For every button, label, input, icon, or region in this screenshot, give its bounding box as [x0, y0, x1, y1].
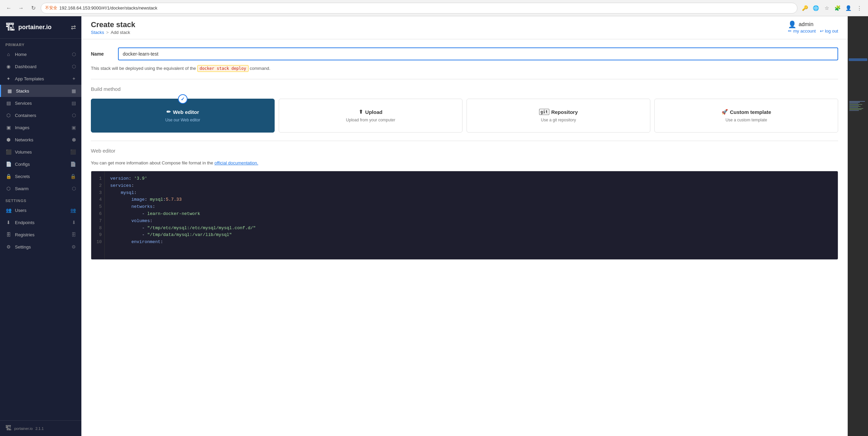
user-display-name: 👤 admin: [788, 20, 838, 28]
volumes-icon: ⬛: [5, 149, 12, 155]
code-content[interactable]: version: '3.9' services: mysql: image: m…: [105, 171, 838, 259]
extension-icon[interactable]: 🧩: [833, 3, 842, 13]
sidebar-item-secrets[interactable]: 🔒 Secrets 🔒: [0, 170, 81, 182]
sidebar-item-images[interactable]: ▣ Images ▣: [0, 121, 81, 134]
footer-logo-text: portainer.io: [14, 427, 33, 431]
name-input[interactable]: [118, 47, 838, 60]
registries-icon: 🗄: [5, 232, 12, 237]
sidebar-item-endpoints[interactable]: ⬇ Endpoints ⬇: [0, 216, 81, 229]
sidebar-toggle[interactable]: ⇄: [71, 24, 76, 31]
sidebar-item-label-home: Home: [15, 52, 68, 57]
browser-chrome: ← → ↻ 不安全 192.168.64.153:9000/#!/1/docke…: [0, 0, 868, 16]
sidebar-item-label-users: Users: [15, 208, 67, 213]
bookmark-icon[interactable]: ☆: [822, 3, 831, 13]
sidebar-item-label-configs: Configs: [15, 162, 67, 167]
web-editor-icon: ✏: [166, 109, 171, 115]
sidebar-item-swarm[interactable]: ⬡ Swarm ⬡: [0, 182, 81, 195]
sidebar-item-users[interactable]: 👥 Users 👥: [0, 204, 81, 216]
web-editor-checkmark: ✓: [178, 94, 188, 104]
line-numbers: 1 2 3 4 5 6 7 8 9 10: [91, 171, 105, 259]
back-button[interactable]: ←: [4, 3, 14, 13]
code-editor[interactable]: 1 2 3 4 5 6 7 8 9 10 version: '3.9' serv…: [91, 171, 838, 260]
header-user-area: 👤 admin ✏ my account ↩ log out: [788, 20, 838, 34]
containers-icon-right: ⬡: [72, 113, 76, 118]
sidebar-item-label-containers: Containers: [15, 113, 68, 118]
users-icon-right: 👥: [70, 207, 76, 213]
footer-logo-icon: 🏗: [5, 425, 12, 432]
password-icon[interactable]: 🔑: [800, 3, 810, 13]
sidebar-item-volumes[interactable]: ⬛ Volumes ⬛: [0, 146, 81, 158]
build-card-upload[interactable]: ⬆ Upload Upload from your computer: [279, 99, 462, 133]
breadcrumb: Stacks > Add stack: [91, 30, 135, 35]
images-icon: ▣: [5, 125, 12, 130]
page-header: Create stack Stacks > Add stack 👤 admin …: [81, 16, 848, 39]
swarm-icon: ⬡: [5, 186, 12, 191]
url-text: 192.168.64.153:9000/#!/1/docker/stacks/n…: [59, 5, 157, 11]
sidebar-item-settings[interactable]: ⚙ Settings ⚙: [0, 241, 81, 253]
app-templates-icon-right: ✦: [72, 76, 76, 81]
upload-icon: ⬆: [359, 109, 363, 115]
address-bar[interactable]: 不安全 192.168.64.153:9000/#!/1/docker/stac…: [41, 3, 797, 14]
app-container: 🏗 portainer.io ⇄ PRIMARY ⌂ Home ⬡ ◉ Dash…: [0, 0, 868, 436]
build-card-web-editor[interactable]: ✓ ✏ Web editor Use our Web editor: [91, 99, 275, 133]
settings-section-label: SETTINGS: [0, 195, 81, 204]
translate-icon[interactable]: 🌐: [811, 3, 821, 13]
build-card-git-repository[interactable]: git Repository Use a git repository: [467, 99, 650, 133]
code-editor-inner: 1 2 3 4 5 6 7 8 9 10 version: '3.9' serv…: [91, 171, 838, 259]
registries-icon-right: 🗄: [71, 232, 76, 237]
stacks-icon-right: ▦: [72, 88, 76, 94]
user-actions: ✏ my account ↩ log out: [788, 28, 838, 34]
sidebar-item-networks[interactable]: ⬢ Networks ⬢: [0, 134, 81, 146]
build-card-custom-template[interactable]: 🚀 Custom template Use a custom template: [654, 99, 838, 133]
custom-template-card-subtitle: Use a custom template: [726, 118, 767, 122]
endpoints-icon-right: ⬇: [72, 220, 76, 225]
configs-icon-right: 📄: [70, 161, 76, 167]
configs-icon: 📄: [5, 161, 12, 167]
sidebar-item-services[interactable]: ▤ Services ▤: [0, 97, 81, 109]
user-avatar-icon: 👤: [788, 20, 796, 28]
networks-icon: ⬢: [5, 137, 12, 142]
home-icon: ⌂: [5, 52, 12, 57]
sidebar-item-containers[interactable]: ⬡ Containers ⬡: [0, 109, 81, 121]
services-icon: ▤: [5, 100, 12, 106]
official-docs-link[interactable]: official documentation.: [214, 160, 258, 165]
primary-section-label: PRIMARY: [0, 39, 81, 48]
sidebar-item-label-volumes: Volumes: [15, 150, 67, 155]
settings-icon-right: ⚙: [72, 244, 76, 250]
images-icon-right: ▣: [72, 125, 76, 130]
sidebar-item-dashboard[interactable]: ◉ Dashboard ⬡: [0, 60, 81, 73]
footer-version: 2.1.1: [35, 427, 43, 431]
users-icon: 👥: [5, 207, 12, 213]
profile-icon[interactable]: 👤: [844, 3, 853, 13]
sidebar-item-configs[interactable]: 📄 Configs 📄: [0, 158, 81, 170]
my-account-link[interactable]: ✏ my account: [788, 28, 815, 34]
secrets-icon: 🔒: [5, 174, 12, 179]
minimap-content: [849, 100, 867, 436]
secrets-icon-right: 🔒: [70, 174, 76, 179]
web-editor-card-subtitle: Use our Web editor: [165, 118, 200, 122]
web-editor-section: Web editor You can get more information …: [91, 141, 838, 260]
logo-icon: 🏗: [5, 22, 15, 33]
menu-icon[interactable]: ⋮: [854, 3, 864, 13]
sidebar-item-label-images: Images: [15, 125, 68, 130]
sidebar-item-app-templates[interactable]: ✦ App Templates ✦: [0, 73, 81, 85]
volumes-icon-right: ⬛: [70, 149, 76, 155]
build-method-divider: [91, 79, 838, 79]
forward-button[interactable]: →: [16, 3, 26, 13]
sidebar-item-home[interactable]: ⌂ Home ⬡: [0, 48, 81, 60]
log-out-link[interactable]: ↩ log out: [820, 28, 838, 34]
build-methods-container: ✓ ✏ Web editor Use our Web editor ⬆ Uplo…: [91, 99, 838, 133]
git-card-subtitle: Use a git repository: [541, 118, 576, 122]
dashboard-icon-right: ⬡: [72, 64, 76, 69]
page-title: Create stack: [91, 20, 135, 29]
sidebar-item-registries[interactable]: 🗄 Registries 🗄: [0, 229, 81, 241]
web-editor-section-title: Web editor: [91, 148, 838, 154]
reload-button[interactable]: ↻: [28, 3, 38, 13]
sidebar: 🏗 portainer.io ⇄ PRIMARY ⌂ Home ⬡ ◉ Dash…: [0, 16, 81, 436]
minimap-scrollbar[interactable]: [848, 16, 868, 436]
git-icon: git: [539, 109, 549, 115]
sidebar-item-stacks[interactable]: ▦ Stacks ▦: [0, 85, 81, 97]
swarm-icon-right: ⬡: [72, 186, 76, 191]
breadcrumb-stacks-link[interactable]: Stacks: [91, 30, 104, 35]
sidebar-item-label-dashboard: Dashboard: [15, 64, 68, 69]
